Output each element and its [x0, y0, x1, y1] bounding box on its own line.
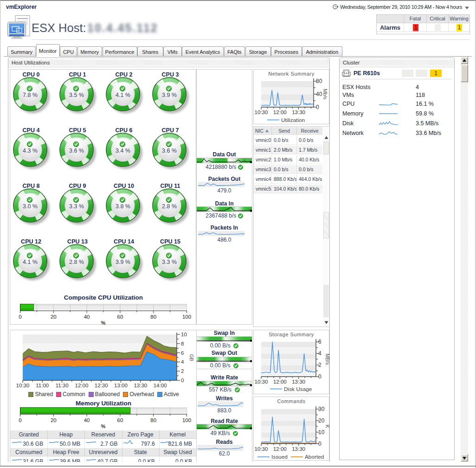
svg-text:3.6 %: 3.6 % — [162, 147, 177, 154]
svg-text:13:30: 13:30 — [134, 383, 147, 388]
svg-text:4: 4 — [318, 350, 322, 357]
svg-text:Issued: Issued — [271, 454, 288, 460]
svg-text:11:00: 11:00 — [36, 383, 49, 388]
svg-text:0: 0 — [181, 378, 184, 383]
svg-text:100: 100 — [182, 314, 191, 320]
svg-text:3.5 %: 3.5 % — [69, 92, 84, 98]
svg-text:10:30: 10:30 — [255, 446, 268, 452]
svg-text:7.8 %: 7.8 % — [23, 92, 38, 98]
svg-text:80: 80 — [150, 417, 156, 423]
svg-text:13:30: 13:30 — [292, 109, 305, 115]
svg-text:3.4 %: 3.4 % — [116, 147, 130, 154]
svg-text:11:30: 11:30 — [56, 383, 69, 388]
svg-text:2: 2 — [181, 368, 184, 374]
svg-text:6: 6 — [318, 339, 322, 345]
svg-text:40: 40 — [84, 417, 90, 423]
svg-text:30: 30 — [318, 406, 325, 412]
svg-text:60: 60 — [117, 417, 123, 423]
svg-text:80: 80 — [150, 314, 156, 320]
svg-text:10: 10 — [181, 332, 187, 337]
svg-text:Aborted: Aborted — [305, 454, 324, 460]
svg-text:13:00: 13:00 — [114, 383, 128, 388]
svg-text:3.9 %: 3.9 % — [116, 259, 130, 265]
svg-text:2.8 %: 2.8 % — [69, 259, 84, 265]
svg-text:4.1 %: 4.1 % — [23, 259, 38, 265]
svg-text:40: 40 — [316, 91, 322, 97]
svg-text:10:30: 10:30 — [255, 379, 268, 385]
svg-text:12:00: 12:00 — [273, 109, 287, 115]
svg-text:2.8 %: 2.8 % — [162, 203, 177, 210]
svg-text:13:30: 13:30 — [292, 446, 305, 452]
svg-text:10:30: 10:30 — [16, 383, 30, 388]
svg-text:0: 0 — [318, 373, 322, 380]
svg-text:10: 10 — [318, 429, 325, 436]
svg-text:20: 20 — [51, 417, 57, 423]
svg-text:12:00: 12:00 — [75, 383, 89, 388]
svg-text:GB: GB — [189, 354, 194, 361]
svg-text:Mb/s: Mb/s — [322, 89, 328, 100]
svg-text:6: 6 — [181, 350, 184, 356]
svg-text:20: 20 — [318, 417, 325, 424]
svg-text:20: 20 — [51, 314, 57, 320]
svg-text:Disk Usage: Disk Usage — [284, 386, 312, 392]
svg-text:0: 0 — [19, 417, 21, 423]
svg-text:3.6 %: 3.6 % — [69, 147, 84, 154]
svg-text:80: 80 — [316, 78, 322, 84]
svg-text:8: 8 — [181, 341, 184, 346]
svg-text:4.1 %: 4.1 % — [116, 92, 130, 98]
svg-text:3.0 %: 3.0 % — [23, 203, 38, 210]
svg-text:3.9 %: 3.9 % — [162, 92, 177, 98]
svg-text:4.3 %: 4.3 % — [23, 147, 38, 154]
svg-text:4: 4 — [181, 359, 184, 365]
svg-text:0: 0 — [316, 104, 319, 110]
svg-text:60: 60 — [117, 314, 123, 320]
svg-text:Utilization: Utilization — [281, 117, 305, 123]
svg-text:13:30: 13:30 — [292, 379, 305, 385]
svg-text:12:00: 12:00 — [273, 446, 287, 452]
svg-text:MB/s: MB/s — [325, 354, 330, 365]
svg-text:0: 0 — [318, 441, 322, 447]
svg-text:0: 0 — [19, 314, 21, 320]
svg-text:12:30: 12:30 — [95, 383, 108, 388]
svg-text:3.3 %: 3.3 % — [69, 203, 84, 210]
svg-text:K: K — [325, 425, 330, 428]
svg-text:100: 100 — [182, 417, 191, 423]
svg-text:3.3 %: 3.3 % — [162, 259, 177, 265]
svg-text:2: 2 — [318, 362, 322, 368]
svg-text:14:00: 14:00 — [154, 383, 167, 388]
svg-text:12:00: 12:00 — [273, 379, 287, 385]
svg-text:10:30: 10:30 — [255, 109, 268, 115]
svg-text:3.8 %: 3.8 % — [116, 203, 130, 210]
svg-text:40: 40 — [84, 314, 90, 320]
